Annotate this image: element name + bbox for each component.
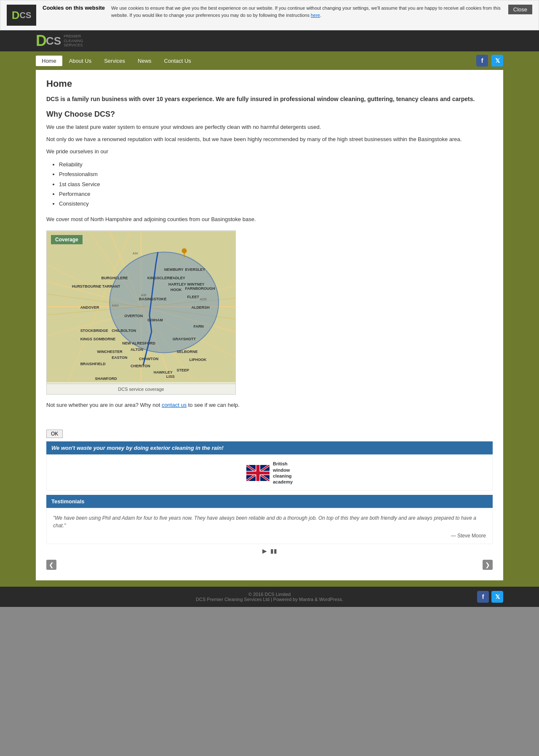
cookie-logo: DCS <box>7 5 36 26</box>
testimonial-quote: "We have been using Phil and Adam for fo… <box>53 514 486 529</box>
svg-text:CHILBOLTON: CHILBOLTON <box>112 328 136 332</box>
svg-text:HOOK: HOOK <box>171 288 182 292</box>
list-item-reliability: Reliability <box>59 160 493 169</box>
svg-text:HARTLEY WINTNEY: HARTLEY WINTNEY <box>168 282 205 286</box>
logo-s-letter: S <box>54 35 61 48</box>
ok-button[interactable]: OK <box>46 430 63 438</box>
svg-text:EASTON: EASTON <box>112 355 127 360</box>
svg-text:ALTON: ALTON <box>131 347 143 351</box>
para-water-system: We use the latest pure water system to e… <box>46 123 493 132</box>
svg-text:NEW ALRESFORD: NEW ALRESFORD <box>122 341 155 345</box>
testimonial-box: "We have been using Phil and Adam for fo… <box>46 509 493 544</box>
svg-text:FARN: FARN <box>193 324 203 328</box>
footer: © 2016 DCS Limited DCS Premier Cleaning … <box>0 587 539 607</box>
svg-text:A303: A303 <box>112 304 118 307</box>
footer-copyright: © 2016 DCS Limited <box>196 592 343 597</box>
svg-text:WINCHESTER: WINCHESTER <box>97 349 123 353</box>
svg-text:A34: A34 <box>133 251 138 254</box>
svg-text:LIPHOOK: LIPHOOK <box>189 358 206 362</box>
svg-text:A30: A30 <box>141 294 147 297</box>
header-logo: D C S PREMIERCLEANINGSERVICES <box>36 32 83 50</box>
svg-text:BRAISHFIELD: BRAISHFIELD <box>80 362 106 366</box>
svg-text:GOIHAM: GOIHAM <box>147 318 163 322</box>
svg-text:NEWBURY: NEWBURY <box>164 267 184 272</box>
testimonial-author: — Steve Moore <box>53 533 486 539</box>
nav-home[interactable]: Home <box>36 56 62 66</box>
site-wrapper: D C S PREMIERCLEANINGSERVICES Home About… <box>0 30 539 607</box>
svg-text:BASINGSTOKE: BASINGSTOKE <box>139 297 167 301</box>
list-item-professionalism: Professionalism <box>59 169 493 179</box>
facebook-icon[interactable]: f <box>476 55 488 67</box>
list-item-performance: Performance <box>59 189 493 199</box>
list-item-service: 1st class Service <box>59 179 493 189</box>
svg-text:BURGHCLERE: BURGHCLERE <box>101 276 128 280</box>
logo-tagline: PREMIERCLEANINGSERVICES <box>64 34 83 48</box>
bwa-logo: British window cleaning academy <box>246 461 293 485</box>
contact-question: Not sure whether you are in our area? Wh… <box>46 401 493 410</box>
cookie-message: We use cookies to ensure that we give yo… <box>111 5 501 18</box>
bwa-flag <box>246 465 270 481</box>
logo-d-letter: D <box>36 32 46 50</box>
play-button[interactable]: ▶ <box>262 548 267 554</box>
pride-intro: We pride ourselves in our <box>46 147 493 156</box>
why-choose-title: Why Choose DCS? <box>46 110 493 119</box>
svg-text:FARNBOROUGH: FARNBOROUGH <box>185 286 215 291</box>
map-container: Coverage <box>46 230 236 395</box>
map-caption: DCS service coverage <box>47 384 235 394</box>
map-coverage-badge: Coverage <box>51 235 83 244</box>
svg-text:LISS: LISS <box>166 374 175 379</box>
pause-button[interactable]: ▮▮ <box>270 548 277 554</box>
nav-about[interactable]: About Us <box>63 56 97 66</box>
svg-text:A325: A325 <box>200 298 206 301</box>
bottom-wrapper: OK We won't waste your money by doing ex… <box>36 421 503 580</box>
svg-text:STOCKBRIDGE: STOCKBRIDGE <box>80 328 108 332</box>
cookie-banner: DCS Cookies on this website We use cooki… <box>0 0 539 30</box>
para-reputation: Not only do we have a renowned reputatio… <box>46 135 493 144</box>
nav-contact[interactable]: Contact Us <box>158 56 197 66</box>
svg-text:CHAWTON: CHAWTON <box>139 357 158 361</box>
svg-text:SHAWFORD: SHAWFORD <box>95 377 117 381</box>
svg-text:SELBORNE: SELBORNE <box>177 349 198 353</box>
svg-point-49 <box>182 248 187 253</box>
footer-text: © 2016 DCS Limited DCS Premier Cleaning … <box>196 592 343 602</box>
contact-us-link[interactable]: contact us <box>162 402 187 408</box>
nav-links: Home About Us Services News Contact Us <box>36 56 197 66</box>
svg-text:KINGSCLERE: KINGSCLERE <box>147 276 172 280</box>
header-top: D C S PREMIERCLEANINGSERVICES <box>0 30 539 51</box>
svg-text:HURSTBOURNE TARRANT: HURSTBOURNE TARRANT <box>72 284 120 289</box>
carousel-next-button[interactable]: ❯ <box>483 560 493 570</box>
logo-c-letter: C <box>46 35 54 48</box>
ok-section: OK <box>46 430 493 438</box>
svg-text:EVERSLEY: EVERSLEY <box>185 267 205 272</box>
cookie-title-box: Cookies on this website <box>43 5 105 12</box>
svg-text:ANDOVER: ANDOVER <box>80 305 99 310</box>
list-item-consistency: Consistency <box>59 199 493 208</box>
intro-paragraph: DCS is a family run business with over 1… <box>46 94 493 104</box>
cookie-close-button[interactable]: Close <box>508 5 532 14</box>
footer-facebook-icon[interactable]: f <box>477 591 489 603</box>
pride-list: Reliability Professionalism 1st class Se… <box>59 160 493 209</box>
cookie-text: We use cookies to ensure that we give yo… <box>111 5 502 19</box>
cookie-title: Cookies on this website <box>43 5 105 12</box>
carousel-prev-button[interactable]: ❮ <box>46 560 56 570</box>
svg-text:FLEET: FLEET <box>187 295 200 299</box>
svg-text:KINGS SOMBORNE: KINGS SOMBORNE <box>80 337 116 341</box>
svg-text:HAWKLEY: HAWKLEY <box>154 370 173 374</box>
testimonials-banner: Testimonials <box>46 495 493 508</box>
bwa-text: British window cleaning academy <box>273 461 293 485</box>
svg-text:ALDERSH: ALDERSH <box>191 305 209 310</box>
coverage-text: We cover most of North Hampshire and adj… <box>46 215 493 224</box>
contact-end-text: to see if we can help. <box>187 402 240 408</box>
footer-credits: DCS Premier Cleaning Services Ltd | Powe… <box>196 597 343 602</box>
nav-services[interactable]: Services <box>98 56 131 66</box>
nav-news[interactable]: News <box>132 56 157 66</box>
svg-text:GRAYSHOTT: GRAYSHOTT <box>173 337 196 341</box>
twitter-icon[interactable]: 𝕏 <box>491 55 503 67</box>
social-icons: f 𝕏 <box>476 55 503 67</box>
footer-twitter-icon[interactable]: 𝕏 <box>491 591 503 603</box>
cookie-link[interactable]: here <box>311 13 320 18</box>
svg-text:OVERTON: OVERTON <box>124 313 143 318</box>
rain-warning-banner: We won't waste your money by doing exter… <box>46 441 493 454</box>
main-content-wrapper: Home DCS is a family run business with o… <box>36 70 503 421</box>
svg-text:CHERITON: CHERITON <box>131 364 150 368</box>
